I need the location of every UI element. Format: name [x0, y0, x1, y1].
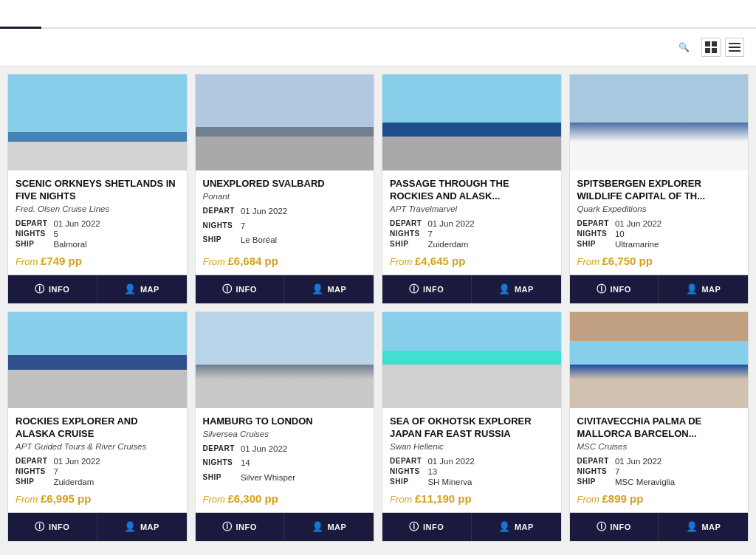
nights-value: 5 [53, 230, 179, 238]
nights-label: NIGHTS [16, 230, 47, 238]
svg-rect-0 [705, 41, 710, 46]
cruise-price: From £749 pp [16, 255, 179, 267]
svg-rect-3 [712, 48, 717, 53]
nights-value: 10 [615, 230, 740, 238]
ship-value: MSC Meraviglia [615, 478, 740, 486]
ship-label: SHIP [203, 235, 235, 249]
info-icon: ⓘ [409, 283, 419, 296]
cruise-price: From £6,300 pp [203, 492, 367, 505]
cruise-title: HAMBURG TO LONDON [203, 416, 367, 428]
map-button[interactable]: 👤 MAP [472, 275, 561, 303]
ship-value: Silver Whisper [241, 473, 366, 486]
card-image [8, 75, 187, 170]
info-button[interactable]: ⓘ INFO [570, 513, 659, 541]
depart-label: DEPART [16, 457, 47, 466]
card-body: HAMBURG TO LONDON Silversea Cruises DEPA… [196, 408, 374, 512]
card-body: ROCKIES EXPLORER AND ALASKA CRUISE APT G… [8, 408, 187, 512]
card-actions: ⓘ INFO 👤 MAP [8, 275, 187, 303]
info-label: INFO [49, 285, 69, 294]
cruise-price: From £6,995 pp [16, 492, 179, 505]
map-label: MAP [515, 285, 534, 294]
list-view-button[interactable] [725, 38, 744, 57]
depart-label: DEPART [577, 219, 609, 228]
ship-label: SHIP [16, 478, 47, 486]
price-from: From [16, 256, 41, 267]
card-image [196, 75, 374, 170]
ship-value: Le Boréal [241, 235, 366, 249]
map-button[interactable]: 👤 MAP [284, 513, 374, 541]
map-button[interactable]: 👤 MAP [659, 513, 748, 541]
grid-view-button[interactable] [701, 38, 721, 57]
info-button[interactable]: ⓘ INFO [8, 513, 97, 541]
price-from: From [203, 494, 228, 505]
cruise-card: ROCKIES EXPLORER AND ALASKA CRUISE APT G… [7, 311, 188, 542]
map-button[interactable]: 👤 MAP [97, 513, 187, 541]
nights-label: NIGHTS [203, 221, 235, 235]
tab-find-cruise[interactable] [0, 0, 41, 29]
info-button[interactable]: ⓘ INFO [8, 275, 97, 303]
ship-value: Zuiderdam [427, 240, 553, 249]
svg-rect-2 [705, 48, 710, 53]
price-from: From [16, 494, 41, 505]
cruise-operator: APT Travelmarvel [390, 204, 554, 213]
info-label: INFO [236, 523, 256, 531]
info-button[interactable]: ⓘ INFO [382, 275, 472, 303]
nights-label: NIGHTS [577, 230, 609, 238]
ship-image [196, 312, 374, 408]
info-icon: ⓘ [409, 520, 419, 534]
card-image [382, 312, 561, 408]
map-button[interactable]: 👤 MAP [659, 275, 748, 303]
ship-image [8, 312, 187, 408]
depart-value: 01 Jun 2022 [241, 444, 366, 458]
depart-label: DEPART [390, 219, 422, 228]
map-button[interactable]: 👤 MAP [472, 513, 561, 541]
card-actions: ⓘ INFO 👤 MAP [570, 512, 749, 541]
cruise-title: PASSAGE THROUGH THE ROCKIES AND ALASK... [390, 178, 554, 203]
tab-find-ship[interactable] [41, 0, 83, 27]
price-from: From [390, 256, 415, 267]
map-label: MAP [701, 285, 721, 294]
map-label: MAP [515, 523, 534, 531]
nights-label: NIGHTS [203, 458, 235, 472]
depart-label: DEPART [203, 444, 235, 458]
card-image [196, 312, 374, 408]
map-label: MAP [140, 523, 159, 531]
price-from: From [577, 494, 602, 505]
info-button[interactable]: ⓘ INFO [196, 275, 285, 303]
ship-label: SHIP [390, 478, 422, 486]
cruise-title: SEA OF OKHOTSK EXPLORER JAPAN FAR EAST R… [390, 416, 554, 441]
info-icon: ⓘ [597, 283, 607, 296]
depart-value: 01 Jun 2022 [427, 457, 553, 466]
info-button[interactable]: ⓘ INFO [570, 275, 659, 303]
cruise-operator: Swan Hellenic [390, 442, 554, 451]
ship-image [570, 75, 749, 170]
ship-image [570, 312, 749, 408]
view-amend-search[interactable]: 🔍 [675, 42, 690, 52]
info-button[interactable]: ⓘ INFO [382, 513, 472, 541]
card-body: CIVITAVECCHIA PALMA DE MALLORCA BARCELON… [570, 408, 749, 512]
ship-label: SHIP [577, 240, 609, 249]
map-icon: 👤 [686, 283, 698, 294]
search-bar-right: 🔍 [675, 38, 745, 57]
ship-value: Zuiderdam [53, 478, 179, 486]
map-label: MAP [140, 285, 159, 294]
cruise-price: From £11,190 pp [390, 492, 554, 505]
card-actions: ⓘ INFO 👤 MAP [196, 275, 374, 303]
map-button[interactable]: 👤 MAP [97, 275, 187, 303]
info-label: INFO [610, 523, 630, 531]
cruise-card: SEA OF OKHOTSK EXPLORER JAPAN FAR EAST R… [382, 311, 562, 542]
cruise-operator: Fred. Olsen Cruise Lines [16, 204, 179, 213]
depart-label: DEPART [16, 219, 47, 228]
cruise-details: DEPART 01 Jun 2022 NIGHTS 7 SHIP Zuiderd… [16, 457, 179, 486]
nights-value: 14 [241, 458, 366, 472]
svg-rect-5 [729, 46, 740, 48]
map-button[interactable]: 👤 MAP [284, 275, 374, 303]
info-button[interactable]: ⓘ INFO [196, 513, 285, 541]
card-actions: ⓘ INFO 👤 MAP [382, 275, 561, 303]
info-label: INFO [49, 523, 69, 531]
cruise-card: UNEXPLORED SVALBARD Ponant DEPART 01 Jun… [195, 74, 375, 304]
price-from: From [577, 256, 602, 267]
cruise-price: From £6,684 pp [203, 255, 367, 267]
info-label: INFO [610, 285, 630, 294]
card-actions: ⓘ INFO 👤 MAP [8, 512, 187, 541]
